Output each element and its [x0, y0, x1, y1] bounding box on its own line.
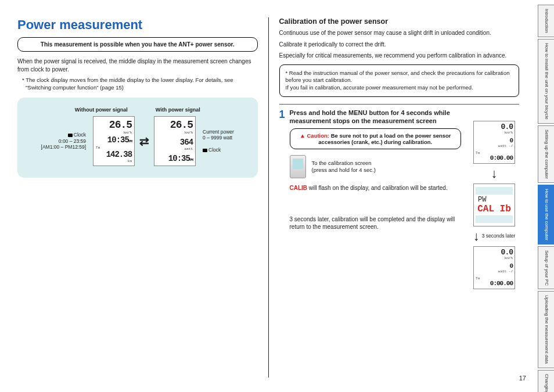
tab-upload[interactable]: Uploading the measurement data: [538, 291, 554, 368]
calib-return-text: 3 seconds later, calibration will be com…: [290, 215, 461, 231]
lcd-with-signal: 26.5km/h 364watt 10:35PM: [154, 116, 196, 166]
calibration-heading: Calibration of the power sensor: [279, 17, 520, 26]
menu-button-instruction: To the calibration screen (press and hol…: [290, 155, 461, 178]
page-number: 17: [519, 375, 526, 382]
footnote: * The clock display moves from the middl…: [22, 77, 258, 92]
down-arrow-icon: ↓: [473, 230, 480, 243]
compare-header-left: Without power signal: [75, 107, 128, 113]
calib-p2: Calibrate it periodically to correct the…: [279, 41, 520, 49]
calib-flash-text: CALIB will flash on the display, and cal…: [290, 184, 461, 192]
compare-header-right: With power signal: [156, 107, 200, 113]
tab-install[interactable]: How to install the unit on your bicycle: [538, 39, 554, 124]
tab-introduction[interactable]: Introduction: [538, 5, 554, 37]
seq-timing-label: 3 seconds later: [482, 233, 516, 239]
tab-setup-pc[interactable]: Setup of your PC: [538, 246, 554, 290]
down-arrow-icon: ↓: [491, 167, 498, 180]
step-number: 1: [279, 109, 285, 235]
lcd-without-signal: 26.5km/h 10:35PM Tm142.38km: [93, 116, 135, 166]
lcd-seq-2: PW CAL Ib: [473, 184, 515, 226]
caution-box: ▲ Caution: Be sure not to put a load on …: [290, 128, 461, 149]
display-compare-panel: Without power signal With power signal C…: [17, 98, 258, 178]
clock-icon: [68, 134, 73, 137]
ant-notice: This measurement is possible when you ha…: [17, 37, 258, 52]
clock-icon: [203, 149, 207, 152]
left-column: Power measurement This measurement is po…: [17, 17, 268, 377]
step-title: Press and hold the MENU button for 4 sec…: [290, 109, 461, 125]
clock-annotation: Clock 0:00 – 23:59 [AM1:00 – PM12:59]: [41, 132, 89, 150]
intro-paragraph: When the power signal is received, the m…: [17, 57, 258, 73]
calib-p3: Especially for critical measurements, we…: [279, 52, 520, 60]
tab-how-to-use[interactable]: How to use the computer: [538, 185, 554, 244]
calib-info-box: * Read the instruction manual of the pow…: [279, 64, 520, 97]
warning-icon: ▲: [300, 132, 305, 139]
calib-p1: Continuous use of the power sensor may c…: [279, 29, 520, 37]
compare-arrow-icon: ⇄: [139, 134, 149, 148]
power-annotation: Current power 0 – 9999 watt Clock: [200, 129, 234, 153]
lcd-seq-1: 0.0km/h 0watt -/ Tm0:00.00: [473, 121, 515, 164]
section-title: Power measurement: [17, 17, 258, 33]
calib-sequence: 0.0km/h 0watt -/ Tm0:00.00 ↓ PW CAL Ib ↓…: [462, 121, 526, 289]
device-icon: [290, 155, 306, 178]
right-column: Calibration of the power sensor Continuo…: [268, 17, 523, 377]
lcd-seq-3: 0.0km/h 0watt -/ Tm0:00.00: [473, 246, 515, 289]
tab-change-config[interactable]: Changing the computer configuration: [538, 370, 554, 392]
tab-setup-computer[interactable]: Setting up the computer: [538, 125, 554, 183]
section-tabs: Introduction How to install the unit on …: [538, 5, 554, 392]
